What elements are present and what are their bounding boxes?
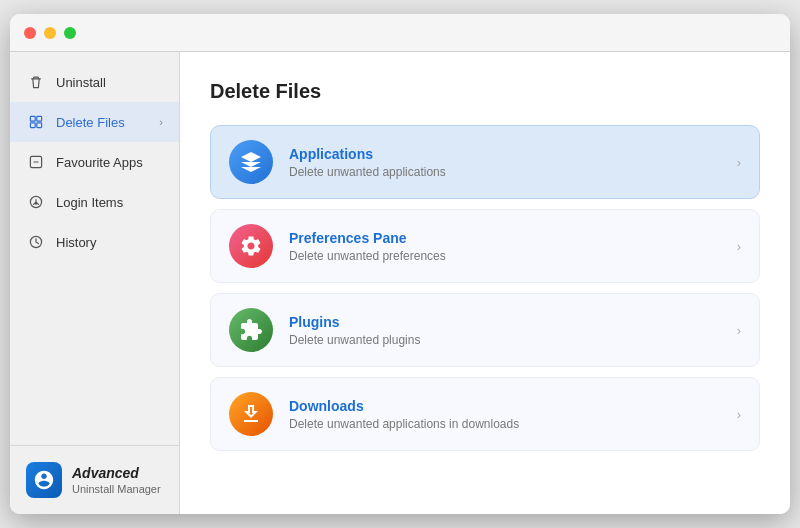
sidebar-item-label: Favourite Apps [56, 155, 143, 170]
plugins-chevron-icon: › [737, 323, 741, 338]
app-window: Uninstall Delete Files › [10, 14, 790, 514]
card-applications[interactable]: Applications Delete unwanted application… [210, 125, 760, 199]
main-content: Delete Files Applications Delete unwante… [180, 52, 790, 514]
sidebar-item-delete-files[interactable]: Delete Files › [10, 102, 179, 142]
svg-rect-2 [30, 123, 35, 128]
star-icon [26, 152, 46, 172]
chevron-right-icon: › [159, 116, 163, 128]
sidebar-item-label: Uninstall [56, 75, 106, 90]
minimize-button[interactable] [44, 27, 56, 39]
sidebar-logo: Advanced Uninstall Manager [10, 445, 179, 514]
preferences-icon [229, 224, 273, 268]
downloads-chevron-icon: › [737, 407, 741, 422]
preferences-text: Preferences Pane Delete unwanted prefere… [289, 230, 721, 263]
close-button[interactable] [24, 27, 36, 39]
content-area: Uninstall Delete Files › [10, 52, 790, 514]
sidebar-item-uninstall[interactable]: Uninstall [10, 62, 179, 102]
grid-icon [26, 112, 46, 132]
plugins-text: Plugins Delete unwanted plugins [289, 314, 721, 347]
applications-subtitle: Delete unwanted applications [289, 165, 721, 179]
app-logo-text: Advanced Uninstall Manager [72, 464, 161, 496]
applications-title: Applications [289, 146, 721, 162]
sidebar-item-login-items[interactable]: Login Items [10, 182, 179, 222]
maximize-button[interactable] [64, 27, 76, 39]
svg-rect-3 [37, 123, 42, 128]
sidebar: Uninstall Delete Files › [10, 52, 180, 514]
titlebar [10, 14, 790, 52]
sidebar-item-label: History [56, 235, 96, 250]
page-title: Delete Files [210, 80, 760, 103]
svg-rect-0 [30, 116, 35, 121]
downloads-text: Downloads Delete unwanted applications i… [289, 398, 721, 431]
applications-icon [229, 140, 273, 184]
plugins-title: Plugins [289, 314, 721, 330]
brand-subtitle: Uninstall Manager [72, 482, 161, 496]
card-plugins[interactable]: Plugins Delete unwanted plugins › [210, 293, 760, 367]
card-list: Applications Delete unwanted application… [210, 125, 760, 451]
preferences-subtitle: Delete unwanted preferences [289, 249, 721, 263]
downloads-icon [229, 392, 273, 436]
plugins-icon [229, 308, 273, 352]
card-preferences-pane[interactable]: Preferences Pane Delete unwanted prefere… [210, 209, 760, 283]
downloads-subtitle: Delete unwanted applications in download… [289, 417, 721, 431]
sidebar-item-label: Login Items [56, 195, 123, 210]
preferences-title: Preferences Pane [289, 230, 721, 246]
downloads-title: Downloads [289, 398, 721, 414]
svg-rect-1 [37, 116, 42, 121]
app-logo-icon [26, 462, 62, 498]
sidebar-item-favourite-apps[interactable]: Favourite Apps [10, 142, 179, 182]
plugins-subtitle: Delete unwanted plugins [289, 333, 721, 347]
sidebar-item-label: Delete Files [56, 115, 125, 130]
arrow-circle-icon [26, 192, 46, 212]
trash-icon [26, 72, 46, 92]
applications-text: Applications Delete unwanted application… [289, 146, 721, 179]
preferences-chevron-icon: › [737, 239, 741, 254]
card-downloads[interactable]: Downloads Delete unwanted applications i… [210, 377, 760, 451]
traffic-lights [24, 27, 76, 39]
clock-icon [26, 232, 46, 252]
brand-name: Advanced [72, 464, 161, 482]
applications-chevron-icon: › [737, 155, 741, 170]
sidebar-item-history[interactable]: History [10, 222, 179, 262]
